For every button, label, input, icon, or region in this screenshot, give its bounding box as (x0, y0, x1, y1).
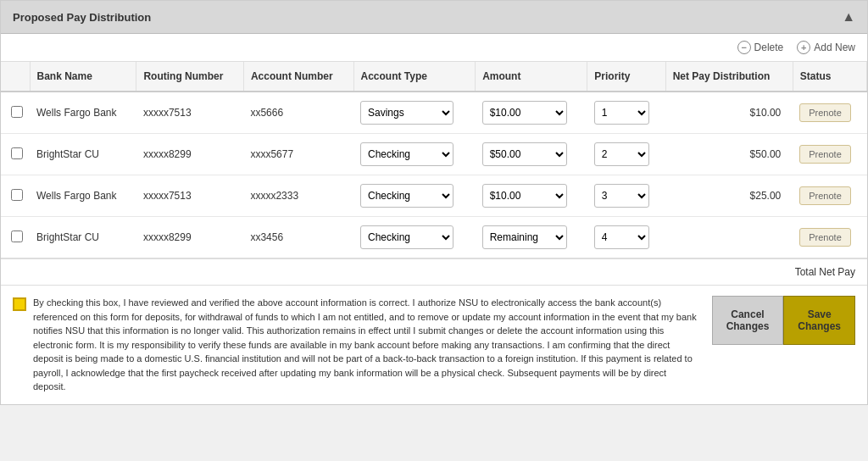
row-4-account-type-select[interactable]: SavingsChecking (360, 225, 453, 249)
row-4-prenote-button[interactable]: Prenote (799, 228, 851, 247)
row-4-checkbox[interactable] (11, 230, 23, 242)
row-2-net-pay: $50.00 (665, 134, 793, 175)
row-3-account-number: xxxxx2333 (243, 175, 353, 217)
add-new-label: Add New (814, 42, 855, 53)
minus-icon: − (737, 41, 751, 54)
row-4-checkbox-cell (1, 217, 30, 258)
row-1-account-number: xx5666 (243, 92, 353, 134)
footer: By checking this box, I have reviewed an… (1, 286, 867, 404)
row-4-bank-name: BrightStar CU (30, 217, 136, 258)
disclaimer-text: By checking this box, I have reviewed an… (33, 296, 702, 394)
row-3-bank-name: Wells Fargo Bank (30, 175, 136, 217)
row-3-account-type-select[interactable]: SavingsChecking (360, 184, 453, 208)
row-2-account-type-cell: SavingsChecking (353, 134, 476, 175)
row-3-prenote-button[interactable]: Prenote (799, 186, 851, 205)
table-row: BrightStar CUxxxxx8299xxxx5677SavingsChe… (1, 134, 867, 175)
row-1-amount-select[interactable]: $10.00$25.00$50.00Remaining (482, 101, 567, 125)
row-1-priority-select[interactable]: 1234 (594, 101, 649, 125)
col-bank-name: Bank Name (30, 62, 136, 92)
row-2-routing-number: xxxxx8299 (136, 134, 244, 175)
table-row: Wells Fargo Bankxxxxx7513xxxxx2333Saving… (1, 175, 867, 217)
row-3-amount-cell: $10.00$25.00$50.00Remaining (476, 175, 587, 217)
row-4-account-number: xx3456 (243, 217, 353, 258)
row-4-status-cell: Prenote (793, 217, 866, 258)
total-row: Total Net Pay (1, 258, 867, 286)
row-2-account-number: xxxx5677 (243, 134, 353, 175)
row-2-bank-name: BrightStar CU (30, 134, 136, 175)
col-amount: Amount (476, 62, 587, 92)
row-1-account-type-cell: SavingsChecking (353, 92, 476, 134)
row-4-account-type-cell: SavingsChecking (353, 217, 476, 258)
panel-header: Proposed Pay Distribution ▲ (1, 1, 867, 34)
row-3-status-cell: Prenote (793, 175, 866, 217)
row-2-priority-cell: 1234 (587, 134, 665, 175)
footer-buttons: CancelChanges SaveChanges (712, 296, 855, 345)
delete-button[interactable]: − Delete (737, 41, 784, 54)
row-3-priority-select[interactable]: 1234 (594, 184, 649, 208)
col-priority: Priority (587, 62, 665, 92)
delete-label: Delete (754, 42, 784, 53)
row-3-net-pay: $25.00 (665, 175, 793, 217)
row-4-net-pay (665, 217, 793, 258)
row-2-amount-cell: $10.00$25.00$50.00Remaining (476, 134, 587, 175)
col-net-pay: Net Pay Distribution (665, 62, 793, 92)
row-1-routing-number: xxxxx7513 (136, 92, 244, 134)
table-row: BrightStar CUxxxxx8299xx3456SavingsCheck… (1, 217, 867, 258)
row-2-checkbox[interactable] (11, 147, 23, 159)
col-checkbox (1, 62, 30, 92)
row-3-priority-cell: 1234 (587, 175, 665, 217)
row-2-status-cell: Prenote (793, 134, 866, 175)
row-2-prenote-button[interactable]: Prenote (799, 145, 851, 164)
row-3-checkbox-cell (1, 175, 30, 217)
row-1-prenote-button[interactable]: Prenote (799, 103, 851, 122)
footer-left: By checking this box, I have reviewed an… (13, 296, 702, 394)
row-2-account-type-select[interactable]: SavingsChecking (360, 142, 453, 166)
panel-title: Proposed Pay Distribution (13, 11, 151, 24)
toolbar: − Delete + Add New (1, 34, 867, 62)
row-2-priority-select[interactable]: 1234 (594, 142, 649, 166)
row-3-checkbox[interactable] (11, 189, 23, 201)
pay-distribution-table: Bank Name Routing Number Account Number … (1, 62, 867, 258)
row-4-priority-select[interactable]: 1234 (594, 225, 649, 249)
row-1-amount-cell: $10.00$25.00$50.00Remaining (476, 92, 587, 134)
row-1-priority-cell: 1234 (587, 92, 665, 134)
add-new-button[interactable]: + Add New (797, 41, 855, 54)
row-1-account-type-select[interactable]: SavingsChecking (360, 101, 453, 125)
total-net-pay-label: Total Net Pay (795, 266, 855, 278)
row-2-amount-select[interactable]: $10.00$25.00$50.00Remaining (482, 142, 567, 166)
col-account-type: Account Type (353, 62, 476, 92)
row-3-amount-select[interactable]: $10.00$25.00$50.00Remaining (482, 184, 567, 208)
col-status: Status (793, 62, 866, 92)
row-1-bank-name: Wells Fargo Bank (30, 92, 136, 134)
row-1-status-cell: Prenote (793, 92, 866, 134)
table-row: Wells Fargo Bankxxxxx7513xx5666SavingsCh… (1, 92, 867, 134)
row-1-checkbox-cell (1, 92, 30, 134)
row-1-net-pay: $10.00 (665, 92, 793, 134)
row-4-priority-cell: 1234 (587, 217, 665, 258)
plus-icon: + (797, 41, 810, 54)
row-4-routing-number: xxxxx8299 (136, 217, 244, 258)
row-4-amount-cell: $10.00$25.00$50.00Remaining (476, 217, 587, 258)
agreement-checkbox[interactable] (13, 297, 26, 311)
row-3-account-type-cell: SavingsChecking (353, 175, 476, 217)
row-4-amount-select[interactable]: $10.00$25.00$50.00Remaining (482, 225, 567, 249)
row-2-checkbox-cell (1, 134, 30, 175)
save-changes-button[interactable]: SaveChanges (783, 296, 855, 345)
cancel-changes-button[interactable]: CancelChanges (712, 296, 784, 345)
row-1-checkbox[interactable] (11, 106, 23, 118)
row-3-routing-number: xxxxx7513 (136, 175, 244, 217)
collapse-icon[interactable]: ▲ (842, 9, 855, 25)
col-routing-number: Routing Number (136, 62, 244, 92)
col-account-number: Account Number (243, 62, 353, 92)
